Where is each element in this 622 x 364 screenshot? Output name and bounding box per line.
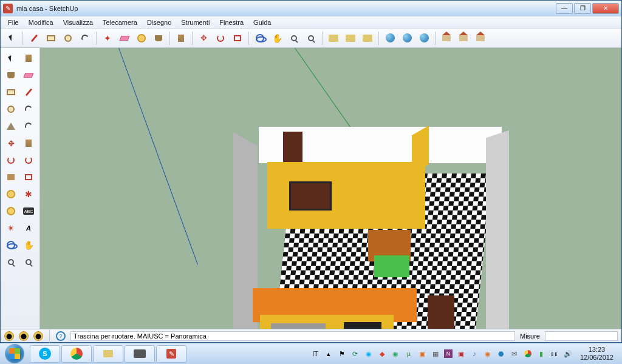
eraser-tool-v[interactable] <box>21 67 36 83</box>
tray-wifi-icon[interactable]: ⫾⫾ <box>550 349 559 359</box>
tray-app9-icon[interactable]: ✉ <box>510 349 519 359</box>
orbit-tool-v[interactable] <box>3 237 19 253</box>
warehouse-share-icon[interactable] <box>343 31 358 46</box>
app-icon: ✎ <box>3 4 13 13</box>
menu-visualizza[interactable]: Visualizza <box>58 18 98 27</box>
tray-lang[interactable]: IT <box>310 349 320 359</box>
menu-strumenti[interactable]: Strumenti <box>176 18 214 27</box>
tray-app6-icon[interactable]: ♪ <box>470 349 479 359</box>
tray-onenote-icon[interactable]: N <box>444 349 453 358</box>
zoom-tool-v[interactable] <box>3 254 19 270</box>
text-tool-v[interactable]: ABC <box>21 203 36 219</box>
tray-app4-icon[interactable]: ▦ <box>431 349 440 359</box>
geolocation-icon[interactable]: ⬤ <box>4 331 14 341</box>
select-tool[interactable] <box>4 31 19 46</box>
task-camera[interactable] <box>125 345 155 363</box>
warehouse-get-icon[interactable] <box>326 31 341 46</box>
tray-clock[interactable]: 13:23 12/06/2012 <box>576 346 617 362</box>
pan-tool[interactable]: ✋ <box>270 31 284 46</box>
tray-utorrent-icon[interactable]: µ <box>404 349 414 359</box>
component-tool-v[interactable] <box>21 50 36 66</box>
protractor-tool-v[interactable] <box>3 203 19 219</box>
google-earth-icon[interactable] <box>417 31 431 46</box>
follow-me-tool-v[interactable] <box>21 152 36 168</box>
tray-volume-icon[interactable]: 🔊 <box>563 349 573 359</box>
rectangle-tool-v[interactable] <box>3 84 19 100</box>
menu-guida[interactable]: Guida <box>248 18 276 27</box>
tray-battery-icon[interactable]: ▮ <box>536 349 546 359</box>
toolbar-vertical: ✥ ✱ ABC ✴ A ✋ <box>1 48 40 329</box>
tray-skype-icon[interactable]: ◉ <box>364 349 374 359</box>
pan-tool-v[interactable]: ✋ <box>21 237 36 253</box>
freehand-tool-v[interactable] <box>21 118 36 134</box>
tray-app2-icon[interactable]: ◉ <box>391 349 400 359</box>
select-tool-v[interactable] <box>3 50 19 66</box>
axes-tool-v[interactable]: ✴ <box>3 220 19 236</box>
status-hint: Trascina per ruotare. MAIUSC = Panoramic… <box>70 331 515 341</box>
photo-textures-icon[interactable] <box>456 31 471 46</box>
tray-sync-icon[interactable]: ⟳ <box>350 349 360 359</box>
zoom-extents-tool[interactable] <box>304 31 318 46</box>
tray-chrome-icon[interactable] <box>523 349 533 359</box>
dimension-tool-v[interactable]: ✱ <box>21 186 36 202</box>
add-building-icon[interactable] <box>439 31 454 46</box>
polygon-tool-v[interactable] <box>3 118 19 134</box>
add-location-icon[interactable] <box>383 31 397 46</box>
tray-app3-icon[interactable]: ▣ <box>417 349 427 359</box>
viewport-3d[interactable] <box>40 48 621 329</box>
task-explorer[interactable] <box>93 345 123 363</box>
menu-disegno[interactable]: Disegno <box>142 18 176 27</box>
component-tool[interactable]: ✦ <box>100 31 115 46</box>
task-skype[interactable]: S <box>30 345 60 363</box>
tape-measure-tool[interactable] <box>134 31 149 46</box>
eraser-tool[interactable] <box>117 31 132 46</box>
close-button[interactable]: ✕ <box>592 3 619 14</box>
push-pull-tool-v[interactable] <box>21 135 36 151</box>
line-tool-v[interactable] <box>21 84 36 100</box>
tray-app7-icon[interactable]: ◉ <box>483 349 493 359</box>
move-tool[interactable]: ✥ <box>196 31 211 46</box>
maximize-button[interactable]: ❐ <box>574 3 591 14</box>
offset-tool[interactable] <box>230 31 245 46</box>
tray-app5-icon[interactable]: ▣ <box>456 349 466 359</box>
tray-up-icon[interactable]: ▴ <box>324 349 333 359</box>
menu-modifica[interactable]: Modifica <box>24 18 58 27</box>
warehouse-upload-icon[interactable] <box>360 31 375 46</box>
circle-tool-v[interactable] <box>3 101 19 117</box>
preview-model-icon[interactable] <box>473 31 488 46</box>
circle-tool[interactable] <box>61 31 75 46</box>
offset-tool-v[interactable] <box>21 169 36 185</box>
arc-tool-v[interactable] <box>21 101 36 117</box>
menu-file[interactable]: File <box>3 18 24 27</box>
move-tool-v[interactable]: ✥ <box>3 135 19 151</box>
tray-flag-icon[interactable]: ⚑ <box>337 349 347 359</box>
measure-input[interactable] <box>545 331 618 341</box>
orbit-tool[interactable] <box>253 31 267 46</box>
window-title: mia casa - SketchUp <box>16 5 556 12</box>
push-pull-tool[interactable] <box>174 31 188 46</box>
zoom-window-tool-v[interactable] <box>21 254 36 270</box>
minimize-button[interactable]: — <box>556 3 573 14</box>
rectangle-tool[interactable] <box>44 31 58 46</box>
claim-icon[interactable]: ⬤ <box>33 331 43 341</box>
task-chrome[interactable] <box>61 345 92 363</box>
tray-app8-icon[interactable]: ⬣ <box>496 349 506 359</box>
scale-tool-v[interactable] <box>3 169 19 185</box>
arc-tool[interactable] <box>78 31 92 46</box>
tray-app1-icon[interactable]: ◆ <box>377 349 387 359</box>
menu-finestra[interactable]: Finestra <box>214 18 248 27</box>
credits-icon[interactable]: ⬤ <box>19 331 29 341</box>
zoom-tool[interactable] <box>287 31 301 46</box>
start-button[interactable] <box>0 343 29 365</box>
rotate-tool[interactable] <box>213 31 228 46</box>
rotate-tool-v[interactable] <box>3 152 19 168</box>
help-icon[interactable]: ? <box>56 331 66 341</box>
3d-text-tool-v[interactable]: A <box>21 220 36 236</box>
tape-tool-v[interactable] <box>3 186 19 202</box>
paint-bucket-tool[interactable] <box>151 31 166 46</box>
toggle-terrain-icon[interactable] <box>400 31 414 46</box>
menu-telecamera[interactable]: Telecamera <box>98 18 142 27</box>
paint-tool-v[interactable] <box>3 67 19 83</box>
task-sketchup[interactable]: ✎ <box>156 345 186 363</box>
line-tool[interactable] <box>27 31 41 46</box>
